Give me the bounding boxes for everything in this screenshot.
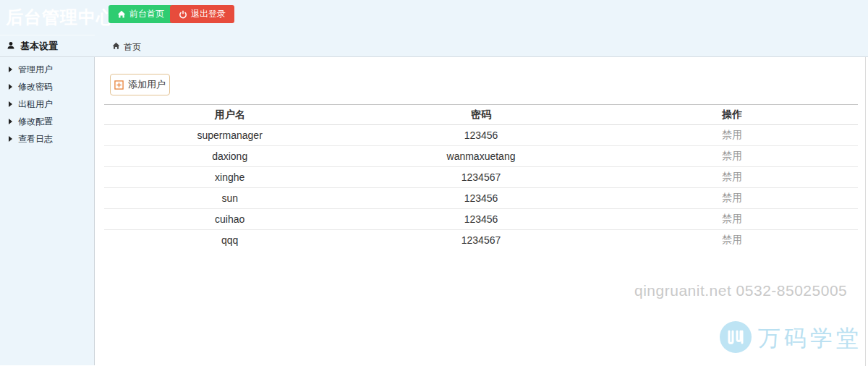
page-title: 后台管理中心 <box>6 6 114 29</box>
disable-action-link[interactable]: 禁用 <box>607 209 858 230</box>
user-icon <box>7 40 15 53</box>
username-cell: cuihao <box>104 209 355 230</box>
username-cell: supermanager <box>104 125 355 146</box>
front-home-label: 前台首页 <box>129 8 164 20</box>
password-cell: 123456 <box>355 125 606 146</box>
table-row: daxiong wanmaxuetang 禁用 <box>104 146 858 167</box>
content-right-border <box>865 57 866 366</box>
breadcrumb[interactable]: 首页 <box>112 40 141 54</box>
admin-page: 后台管理中心 前台首页 退出登录 <box>0 0 868 366</box>
sidebar-item-label: 修改配置 <box>18 116 53 128</box>
plus-square-icon <box>114 80 124 90</box>
sidebar-item-label: 查看日志 <box>18 133 53 145</box>
logout-label: 退出登录 <box>191 8 226 20</box>
password-cell: 123456 <box>355 209 606 230</box>
sidebar-menu-item[interactable]: 查看日志 <box>0 130 94 148</box>
password-cell: wanmaxuetang <box>355 146 606 167</box>
table-row: sun 123456 禁用 <box>104 188 858 209</box>
watermark-text: qingruanit.net 0532-85025005 <box>634 282 847 299</box>
column-header-action: 操作 <box>607 105 858 125</box>
sidebar: 管理用户 修改密码 出租用户 修改配置 查看日志 <box>0 57 95 365</box>
home-icon <box>117 10 126 19</box>
sidebar-menu-item[interactable]: 管理用户 <box>0 61 94 78</box>
username-cell: qqq <box>104 230 355 251</box>
username-cell: sun <box>104 188 355 209</box>
disable-action-link[interactable]: 禁用 <box>607 230 858 251</box>
table-row: qqq 1234567 禁用 <box>104 230 858 251</box>
caret-right-icon <box>9 136 12 142</box>
disable-action-link[interactable]: 禁用 <box>607 146 858 167</box>
username-cell: daxiong <box>104 146 355 167</box>
table-header-row: 用户名 密码 操作 <box>104 105 858 125</box>
password-cell: 1234567 <box>355 167 606 188</box>
table-row: cuihao 123456 禁用 <box>104 209 858 230</box>
table-row: supermanager 123456 禁用 <box>104 125 858 146</box>
home-icon <box>112 42 120 52</box>
sidebar-item-label: 修改密码 <box>18 81 53 93</box>
section-title: 基本设置 <box>20 40 58 53</box>
caret-right-icon <box>9 84 12 90</box>
caret-right-icon <box>9 101 12 107</box>
password-cell: 123456 <box>355 188 606 209</box>
sidebar-item-label: 管理用户 <box>18 64 53 76</box>
breadcrumb-label: 首页 <box>124 41 141 54</box>
column-header-password: 密码 <box>355 105 606 125</box>
top-header-band: 后台管理中心 前台首页 退出登录 <box>0 0 868 57</box>
disable-action-link[interactable]: 禁用 <box>607 188 858 209</box>
logout-button[interactable]: 退出登录 <box>170 5 234 23</box>
username-cell: xinghe <box>104 167 355 188</box>
front-home-button[interactable]: 前台首页 <box>109 5 173 23</box>
add-user-label: 添加用户 <box>128 78 166 91</box>
add-user-button[interactable]: 添加用户 <box>110 74 170 95</box>
user-table: 用户名 密码 操作 supermanager 123456 禁用 daxiong… <box>104 104 858 251</box>
table-row: xinghe 1234567 禁用 <box>104 167 858 188</box>
brand-logo-icon <box>720 321 752 353</box>
caret-right-icon <box>9 119 12 124</box>
brand-name: 万码学堂 <box>758 323 862 354</box>
disable-action-link[interactable]: 禁用 <box>607 167 858 188</box>
sidebar-section-header: 基本设置 <box>0 35 95 56</box>
caret-right-icon <box>9 67 12 72</box>
column-header-username: 用户名 <box>104 105 355 125</box>
sidebar-item-label: 出租用户 <box>18 98 53 111</box>
sidebar-menu-item[interactable]: 修改密码 <box>0 78 94 95</box>
password-cell: 1234567 <box>355 230 606 251</box>
sidebar-menu-item[interactable]: 修改配置 <box>0 113 94 130</box>
disable-action-link[interactable]: 禁用 <box>607 125 858 146</box>
power-icon <box>179 10 187 19</box>
sidebar-menu-item[interactable]: 出租用户 <box>0 95 94 113</box>
